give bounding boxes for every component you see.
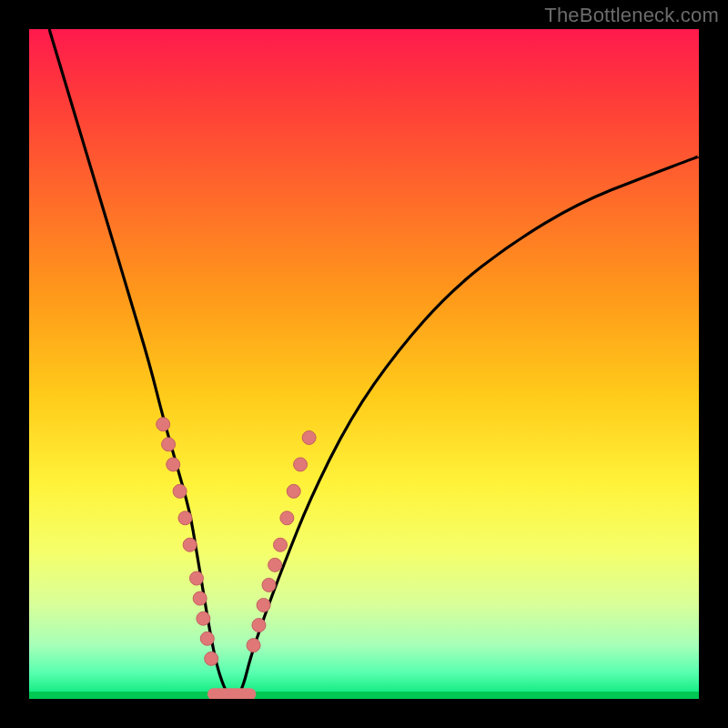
watermark-text: TheBottleneck.com xyxy=(544,4,719,27)
data-marker xyxy=(274,538,288,551)
data-marker xyxy=(178,511,192,525)
data-marker xyxy=(173,484,187,498)
data-marker xyxy=(190,571,204,585)
data-marker xyxy=(167,458,180,471)
chart-frame: TheBottleneck.com xyxy=(0,0,728,728)
data-marker xyxy=(193,592,207,605)
plot-area xyxy=(29,29,699,699)
data-marker xyxy=(197,612,210,625)
data-marker xyxy=(205,652,218,665)
data-marker xyxy=(294,458,308,471)
data-marker xyxy=(200,632,214,645)
data-marker xyxy=(162,438,176,451)
bottleneck-curve xyxy=(49,29,699,699)
markers-right xyxy=(247,430,316,652)
data-marker xyxy=(302,430,316,444)
data-marker xyxy=(157,418,170,431)
data-marker xyxy=(183,538,197,551)
data-marker xyxy=(262,578,276,592)
data-marker xyxy=(268,558,282,571)
data-marker xyxy=(257,598,270,612)
data-marker xyxy=(252,619,266,632)
curve-svg xyxy=(29,29,699,699)
data-marker xyxy=(247,639,260,652)
data-marker xyxy=(280,511,294,525)
data-marker xyxy=(287,484,300,498)
